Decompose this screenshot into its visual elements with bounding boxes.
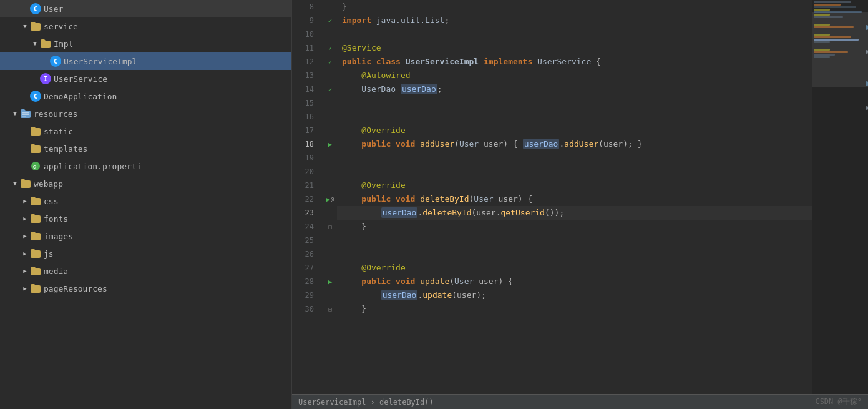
line-num-16: 16 <box>292 110 318 124</box>
code-line-24: } <box>337 220 812 234</box>
sidebar-item-pageresources[interactable]: pageResources <box>0 280 291 297</box>
line-num-18: 18 <box>292 137 318 151</box>
line-num-23: 23 <box>292 206 318 220</box>
code-line-11: @Service <box>337 41 812 55</box>
gutter-25 <box>323 234 337 247</box>
sidebar-item-label: UserService <box>54 74 107 84</box>
line-numbers: 8 9 10 11 12 13 14 15 16 17 18 19 20 21 … <box>292 0 323 394</box>
code-line-26 <box>337 247 812 261</box>
gutter-9: ✓ <box>323 14 337 27</box>
sidebar-item-service[interactable]: service <box>0 17 291 35</box>
folder-icon <box>40 38 51 49</box>
code-editor[interactable]: 8 9 10 11 12 13 14 15 16 17 18 19 20 21 … <box>292 0 868 409</box>
folder-icon <box>20 108 31 119</box>
folder-icon <box>20 178 31 189</box>
code-line-12: public class UserServiceImpl implements … <box>337 55 812 69</box>
gutter-10 <box>323 27 337 41</box>
sidebar-item-impl[interactable]: Impl <box>0 35 291 52</box>
chevron-down-icon <box>10 109 20 119</box>
sidebar-item-webapp[interactable]: webapp <box>0 175 291 192</box>
sidebar-item-label: webapp <box>34 179 63 189</box>
line-num-28: 28 <box>292 275 318 288</box>
sidebar-item-label: application.properti <box>44 162 142 171</box>
folder-icon <box>30 195 41 207</box>
gutter-20 <box>323 165 337 179</box>
folder-icon <box>30 265 41 277</box>
sidebar-item-label: service <box>44 22 78 31</box>
chevron-down-icon <box>30 39 40 49</box>
sidebar-item-label: User <box>44 4 63 14</box>
sidebar-item-label: resources <box>34 109 77 119</box>
sidebar-item-user[interactable]: C User <box>0 0 291 17</box>
line-num-15: 15 <box>292 96 318 110</box>
gutter-18: ▶ <box>323 137 337 151</box>
svg-rect-0 <box>22 112 29 114</box>
chevron-down-icon <box>20 21 30 31</box>
line-num-25: 25 <box>292 234 318 247</box>
sidebar-item-label: js <box>44 249 54 259</box>
gutter-28: ▶ <box>323 275 337 288</box>
code-line-18: public void addUser(User user) { userDao… <box>337 137 812 151</box>
sidebar-item-fonts[interactable]: fonts <box>0 210 291 227</box>
code-line-29: userDao.update(user); <box>337 288 812 302</box>
sidebar-item-css[interactable]: css <box>0 192 291 210</box>
chevron-right-icon <box>20 214 30 224</box>
folder-icon <box>30 21 41 32</box>
gutter-30: ⊟ <box>323 302 337 316</box>
sidebar-item-label: UserServiceImpl <box>64 57 137 66</box>
gutter-23 <box>323 206 337 220</box>
chevron-right-icon <box>20 231 30 241</box>
sidebar-item-userservice[interactable]: I UserService <box>0 70 291 87</box>
sidebar-item-static[interactable]: static <box>0 122 291 140</box>
minimap <box>812 0 868 394</box>
sidebar-item-application-props[interactable]: ⚙ application.properti <box>0 157 291 175</box>
code-content[interactable]: } import java.util.List; @Service public… <box>337 0 812 394</box>
sidebar-item-label: pageResources <box>44 284 107 293</box>
code-gutter: ✓ ✓ ✓ ✓ ▶ ▶@ ⊟ ▶ ⊟ <box>323 0 337 394</box>
folder-icon <box>30 126 41 137</box>
file-tree[interactable]: C User service Impl C UserServiceImpl I … <box>0 0 292 409</box>
gutter-29 <box>323 288 337 302</box>
props-icon: ⚙ <box>30 160 41 172</box>
code-line-9: import java.util.List; <box>337 14 812 27</box>
gutter-24: ⊟ <box>323 220 337 234</box>
class-badge-c: C <box>50 56 61 67</box>
chevron-right-icon <box>20 196 30 206</box>
chevron-right-icon <box>20 249 30 259</box>
sidebar-item-userserviceimpl[interactable]: C UserServiceImpl <box>0 52 291 70</box>
iface-badge-i: I <box>40 73 51 84</box>
line-num-10: 10 <box>292 27 318 41</box>
gutter-16 <box>323 110 337 124</box>
sidebar-item-media[interactable]: media <box>0 262 291 280</box>
gutter-12: ✓ <box>323 55 337 69</box>
svg-rect-2 <box>22 116 26 117</box>
line-num-21: 21 <box>292 179 318 192</box>
gutter-22: ▶@ <box>323 192 337 206</box>
folder-icon <box>30 213 41 224</box>
sidebar-item-label: Impl <box>54 39 73 49</box>
sidebar-item-templates[interactable]: templates <box>0 140 291 157</box>
sidebar-item-images[interactable]: images <box>0 227 291 245</box>
sidebar-item-js[interactable]: js <box>0 245 291 262</box>
svg-rect-1 <box>22 114 29 116</box>
status-bar: UserServiceImpl › deleteById() CSDN @千稼° <box>292 394 868 409</box>
svg-text:⚙: ⚙ <box>32 164 37 170</box>
code-line-19 <box>337 151 812 165</box>
sidebar-item-resources[interactable]: resources <box>0 105 291 122</box>
sidebar-item-demoapplication[interactable]: C DemoApplication <box>0 87 291 105</box>
line-num-8: 8 <box>292 0 318 14</box>
chevron-right-icon <box>20 283 30 293</box>
gutter-27 <box>323 261 337 275</box>
gutter-11: ✓ <box>323 41 337 55</box>
sidebar-item-label: templates <box>44 144 87 154</box>
gutter-19 <box>323 151 337 165</box>
code-line-27: @Override <box>337 261 812 275</box>
folder-icon <box>30 143 41 154</box>
gutter-15 <box>323 96 337 110</box>
breadcrumb: UserServiceImpl › deleteById() <box>298 398 434 407</box>
line-num-27: 27 <box>292 261 318 275</box>
watermark: CSDN @千稼° <box>815 397 862 407</box>
line-num-22: 22 <box>292 192 318 206</box>
line-num-24: 24 <box>292 220 318 234</box>
code-line-16 <box>337 110 812 124</box>
